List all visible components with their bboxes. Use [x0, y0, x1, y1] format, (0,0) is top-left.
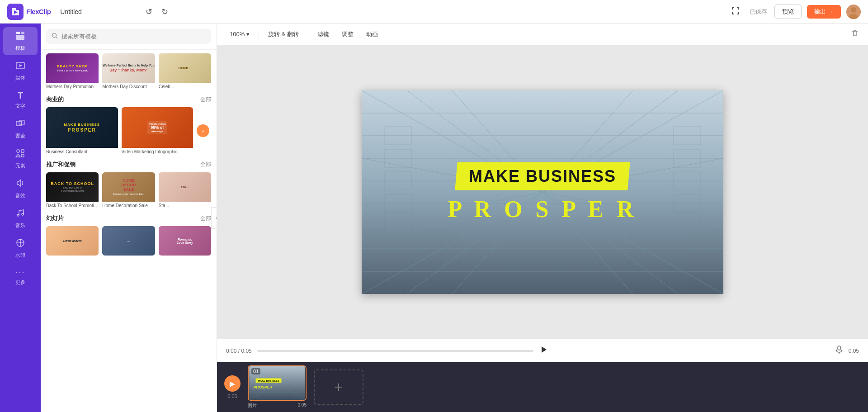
canvas-subtitle: P R O S P E R — [380, 195, 705, 222]
svg-marker-13 — [16, 154, 20, 157]
avatar[interactable] — [846, 5, 861, 19]
list-item[interactable]: People retain 95% of message Video Marke… — [122, 107, 193, 154]
sidebar-item-elements[interactable]: 元素 — [3, 145, 38, 173]
sidebar-label-text: 文字 — [15, 103, 25, 109]
card-label: Celeb... — [159, 84, 211, 89]
export-button[interactable]: 输出 → — [807, 5, 841, 19]
title-input[interactable] — [56, 6, 137, 18]
svg-point-2 — [851, 7, 856, 13]
card-label: Mothers Day Discount — [102, 84, 155, 89]
panel-collapse-button[interactable]: ‹ — [211, 207, 217, 229]
canvas-area: MAKE BUSINESS P R O S P E R — [217, 45, 868, 339]
fullscreen-button[interactable] — [729, 4, 742, 19]
list-item[interactable]: MAKE BUSINESS PROSPER Business Consultan… — [46, 107, 118, 154]
card-label: Home Decoration Sale — [102, 203, 155, 208]
card-label: Business Consultant — [46, 149, 118, 154]
sidebar-item-text[interactable]: T 文字 — [3, 87, 38, 113]
list-item[interactable]: Celeb... Celeb... — [159, 53, 211, 89]
list-item[interactable]: ... — [102, 226, 155, 256]
sidebar-item-templates[interactable]: 模板 — [3, 27, 38, 55]
section-all-promotion[interactable]: 全部 — [200, 161, 211, 168]
list-item[interactable]: Dear Maria — [46, 226, 99, 256]
redo-button[interactable]: ↻ — [159, 5, 171, 19]
logo-icon — [7, 4, 24, 20]
rotate-flip-button[interactable]: 旋转 & 翻转 — [263, 28, 304, 41]
list-item[interactable]: We have Perfect Items to Help You Say "T… — [102, 53, 155, 89]
media-icon — [15, 61, 25, 73]
delete-button[interactable] — [849, 27, 861, 41]
list-item[interactable]: Sta... Sta... — [159, 172, 211, 208]
slideshow-grid: Dear Maria ... RomanticLove Story — [46, 226, 211, 256]
zoom-control[interactable]: 100% ▾ — [224, 28, 255, 40]
section-business: 商业的 全部 — [46, 91, 211, 107]
timeline-clip-wrapper: MAKE BUSINESS PROSPER 01 图片 0:05 — [248, 365, 307, 409]
timeline-duration: 0:05 — [227, 393, 237, 399]
section-slideshow: 幻灯片 全部 — [46, 210, 211, 226]
preview-button[interactable]: 预览 — [774, 5, 802, 19]
top-section: BEAUTY SHOP Find a Whole New Look Mother… — [46, 50, 211, 89]
template-panel: BEAUTY SHOP Find a Whole New Look Mother… — [41, 24, 217, 412]
section-title-business: 商业的 — [46, 95, 64, 104]
sidebar-label-more: 更多 — [15, 279, 25, 286]
templates-icon — [15, 31, 25, 43]
main-layout: 模板 媒体 T 文字 覆盖 — [0, 24, 868, 412]
zoom-label: 100% — [230, 31, 245, 38]
svg-rect-4 — [16, 32, 20, 34]
section-promotion: 推广和促销 全部 — [46, 156, 211, 172]
duration-display: 0:05 — [849, 348, 859, 354]
sidebar-item-overlay[interactable]: 覆盖 — [3, 115, 38, 143]
export-label: 输出 → — [814, 8, 834, 16]
card-label: Back To School Promotion — [46, 203, 99, 208]
sidebar-label-sfx: 音效 — [15, 192, 25, 199]
sidebar-label-templates: 模板 — [15, 45, 25, 52]
canvas-title-box: MAKE BUSINESS — [455, 162, 630, 190]
svg-point-15 — [17, 214, 19, 216]
search-input[interactable] — [61, 33, 206, 40]
animation-button[interactable]: 动画 — [361, 28, 383, 41]
filter-button[interactable]: 滤镜 — [312, 28, 335, 41]
sidebar: 模板 媒体 T 文字 覆盖 — [0, 24, 41, 412]
svg-rect-12 — [21, 150, 24, 152]
list-item[interactable]: RomanticLove Story — [159, 226, 211, 256]
toolbar-divider-2 — [308, 30, 308, 39]
music-icon — [15, 208, 25, 220]
sidebar-item-watermark[interactable]: 水印 — [3, 234, 38, 262]
panel-scroll: BEAUTY SHOP Find a Whole New Look Mother… — [41, 50, 217, 412]
sidebar-item-music[interactable]: 音乐 — [3, 204, 38, 232]
mic-button[interactable] — [835, 346, 843, 356]
section-all-slideshow[interactable]: 全部 — [200, 215, 211, 223]
video-controls: 0:00 / 0:05 0:05 — [217, 339, 868, 362]
card-label: Video Marketing Infographic — [122, 149, 193, 154]
more-icon: ··· — [15, 268, 25, 277]
sfx-icon — [15, 178, 25, 190]
section-all-business[interactable]: 全部 — [200, 96, 211, 104]
sidebar-item-more[interactable]: ··· 更多 — [3, 264, 38, 289]
add-clip-button[interactable] — [314, 369, 363, 405]
sidebar-label-elements: 元素 — [15, 162, 25, 169]
timeline-play-button[interactable]: ▶ — [224, 375, 241, 392]
template-grid-top: BEAUTY SHOP Find a Whole New Look Mother… — [46, 53, 211, 89]
elements-icon — [15, 148, 25, 161]
play-button[interactable] — [539, 345, 548, 356]
undo-button[interactable]: ↺ — [143, 5, 155, 19]
svg-rect-58 — [838, 346, 840, 350]
svg-line-21 — [56, 37, 58, 39]
next-arrow-button[interactable]: › — [197, 124, 209, 137]
list-item[interactable]: BACK TO SCHOOL FIND MORE INFO YOURWEBSIT… — [46, 172, 99, 208]
svg-text:MAKE BUSINESS: MAKE BUSINESS — [258, 379, 279, 382]
list-item[interactable]: BEAUTY SHOP Find a Whole New Look Mother… — [46, 53, 99, 89]
clip-duration-label: 0:05 — [298, 403, 307, 409]
progress-bar-container[interactable] — [257, 350, 533, 352]
list-item[interactable]: HOMEDECORSALE Decorate your home for les… — [102, 172, 155, 208]
adjust-button[interactable]: 调整 — [336, 28, 359, 41]
section-title-promotion: 推广和促销 — [46, 161, 75, 169]
current-time: 0:00 / 0:05 — [226, 348, 252, 354]
sidebar-item-media[interactable]: 媒体 — [3, 57, 38, 85]
watermark-icon — [15, 238, 25, 250]
section-title-slideshow: 幻灯片 — [46, 214, 64, 223]
svg-marker-8 — [19, 64, 22, 67]
search-bar — [41, 24, 217, 50]
timeline-clip[interactable]: MAKE BUSINESS PROSPER 01 — [248, 365, 307, 401]
sidebar-item-sfx[interactable]: 音效 — [3, 175, 38, 203]
svg-point-16 — [22, 213, 24, 215]
